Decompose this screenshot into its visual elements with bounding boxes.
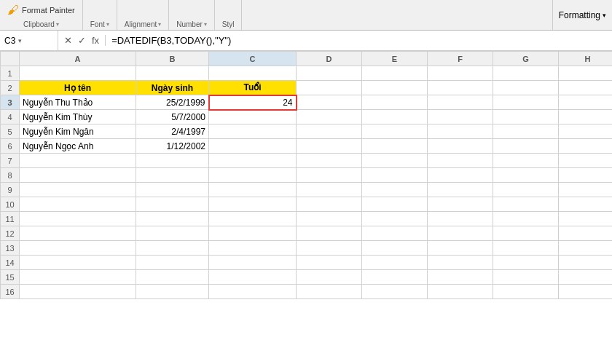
cell-a3[interactable]: Nguyễn Thu Thảo [20, 95, 136, 110]
cell-h2[interactable] [559, 81, 613, 95]
cell-a12[interactable] [20, 226, 136, 241]
cell-d15[interactable] [297, 270, 362, 285]
cell-f10[interactable] [428, 197, 493, 212]
cell-d16[interactable] [297, 285, 362, 299]
cell-b16[interactable] [136, 285, 209, 299]
cell-e1[interactable] [362, 66, 428, 81]
cell-d8[interactable] [297, 168, 362, 183]
cell-b7[interactable] [136, 154, 209, 168]
cell-f12[interactable] [428, 226, 493, 241]
cell-h3[interactable] [559, 95, 613, 110]
cell-b11[interactable] [136, 212, 209, 226]
col-header-f[interactable]: F [428, 52, 493, 66]
cell-b1[interactable] [136, 66, 209, 81]
cell-d5[interactable] [297, 124, 362, 139]
col-header-d[interactable]: D [297, 52, 362, 66]
format-painter-btn[interactable]: 🖌 Format Painter [7, 1, 75, 19]
cell-d13[interactable] [297, 241, 362, 256]
cell-f15[interactable] [428, 270, 493, 285]
cell-h11[interactable] [559, 212, 613, 226]
cell-c4[interactable] [209, 110, 297, 124]
cell-b10[interactable] [136, 197, 209, 212]
formatting-button[interactable]: Formatting ▾ [552, 0, 612, 30]
cell-a2[interactable]: Họ tên [20, 81, 136, 95]
cell-a13[interactable] [20, 241, 136, 256]
cell-a5[interactable]: Nguyễn Kim Ngân [20, 124, 136, 139]
cell-a4[interactable]: Nguyễn Kim Thùy [20, 110, 136, 124]
cell-a10[interactable] [20, 197, 136, 212]
cell-f11[interactable] [428, 212, 493, 226]
cell-e11[interactable] [362, 212, 428, 226]
col-header-g[interactable]: G [493, 52, 559, 66]
cell-g5[interactable] [493, 124, 559, 139]
cell-f16[interactable] [428, 285, 493, 299]
cell-h9[interactable] [559, 183, 613, 197]
cell-b2[interactable]: Ngày sinh [136, 81, 209, 95]
cell-g3[interactable] [493, 95, 559, 110]
cell-e9[interactable] [362, 183, 428, 197]
cell-f3[interactable] [428, 95, 493, 110]
cell-g12[interactable] [493, 226, 559, 241]
cell-d2[interactable] [297, 81, 362, 95]
cell-e14[interactable] [362, 256, 428, 270]
cell-g7[interactable] [493, 154, 559, 168]
cell-c12[interactable] [209, 226, 297, 241]
cell-g16[interactable] [493, 285, 559, 299]
cell-a15[interactable] [20, 270, 136, 285]
cell-b4[interactable]: 5/7/2000 [136, 110, 209, 124]
cell-c7[interactable] [209, 154, 297, 168]
formula-confirm-btn[interactable]: ✓ [76, 35, 87, 46]
cell-c14[interactable] [209, 256, 297, 270]
cell-g8[interactable] [493, 168, 559, 183]
cell-e3[interactable] [362, 95, 428, 110]
cell-g2[interactable] [493, 81, 559, 95]
cell-d9[interactable] [297, 183, 362, 197]
cell-b8[interactable] [136, 168, 209, 183]
cell-h12[interactable] [559, 226, 613, 241]
cell-e16[interactable] [362, 285, 428, 299]
cell-h5[interactable] [559, 124, 613, 139]
cell-g9[interactable] [493, 183, 559, 197]
cell-d4[interactable] [297, 110, 362, 124]
cell-h1[interactable] [559, 66, 613, 81]
cell-a9[interactable] [20, 183, 136, 197]
clipboard-expand-icon[interactable]: ▾ [56, 21, 59, 28]
formula-input[interactable] [106, 35, 612, 46]
cell-c2[interactable]: Tuổi [209, 81, 297, 95]
cell-f1[interactable] [428, 66, 493, 81]
cell-h6[interactable] [559, 139, 613, 154]
cell-a8[interactable] [20, 168, 136, 183]
cell-h13[interactable] [559, 241, 613, 256]
cell-h4[interactable] [559, 110, 613, 124]
cell-f6[interactable] [428, 139, 493, 154]
cell-h10[interactable] [559, 197, 613, 212]
cell-g4[interactable] [493, 110, 559, 124]
cell-e2[interactable] [362, 81, 428, 95]
cell-h7[interactable] [559, 154, 613, 168]
cell-d6[interactable] [297, 139, 362, 154]
cell-h14[interactable] [559, 256, 613, 270]
cell-e13[interactable] [362, 241, 428, 256]
cell-c5[interactable] [209, 124, 297, 139]
cell-b14[interactable] [136, 256, 209, 270]
col-header-e[interactable]: E [362, 52, 428, 66]
cell-g10[interactable] [493, 197, 559, 212]
cell-e7[interactable] [362, 154, 428, 168]
cell-d1[interactable] [297, 66, 362, 81]
cell-f9[interactable] [428, 183, 493, 197]
cell-e6[interactable] [362, 139, 428, 154]
cell-a16[interactable] [20, 285, 136, 299]
number-expand-icon[interactable]: ▾ [204, 21, 207, 28]
cell-c16[interactable] [209, 285, 297, 299]
cell-e15[interactable] [362, 270, 428, 285]
col-header-b[interactable]: B [136, 52, 209, 66]
cell-h16[interactable] [559, 285, 613, 299]
cell-d10[interactable] [297, 197, 362, 212]
cell-b13[interactable] [136, 241, 209, 256]
cell-f2[interactable] [428, 81, 493, 95]
cell-f4[interactable] [428, 110, 493, 124]
cell-b3[interactable]: 25/2/1999 [136, 95, 209, 110]
cell-a6[interactable]: Nguyễn Ngọc Anh [20, 139, 136, 154]
cell-b9[interactable] [136, 183, 209, 197]
cell-c6[interactable] [209, 139, 297, 154]
